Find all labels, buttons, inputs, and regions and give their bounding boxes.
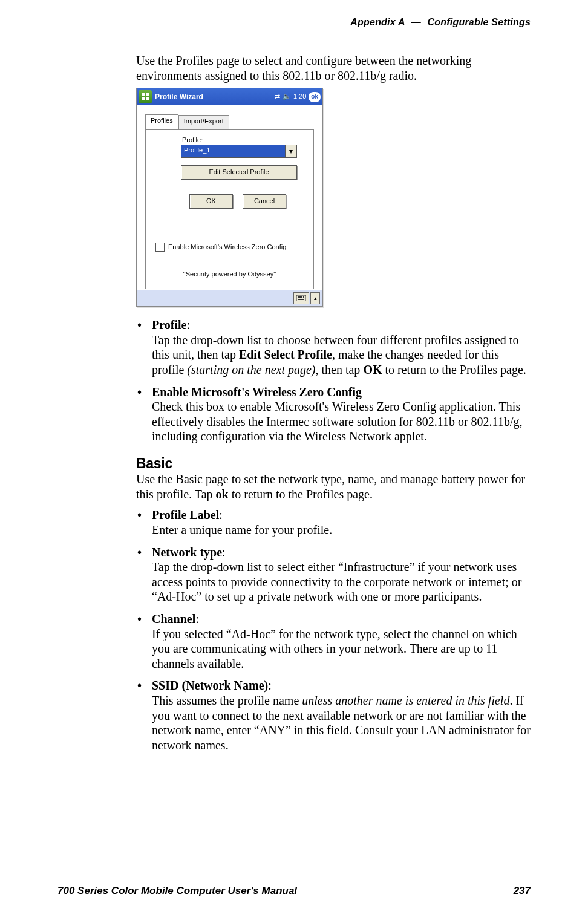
item-head-profile: Profile	[152, 318, 186, 331]
header-appendix: Appendix A	[350, 17, 405, 27]
profile-combo[interactable]: Profile_1 ▾	[181, 145, 297, 158]
svg-rect-5	[298, 296, 299, 298]
item-body-wzc: Check this box to enable Microsoft's Wir…	[152, 400, 522, 443]
svg-rect-1	[146, 93, 149, 96]
content-area: Use the Profiles page to select and conf…	[136, 53, 532, 752]
wzc-checkbox[interactable]: Enable Microsoft's Wireless Zero Config	[155, 243, 286, 252]
item-head-wzc: Enable Microsoft's Wireless Zero Config	[152, 385, 362, 399]
chevron-down-icon[interactable]: ▾	[285, 145, 296, 157]
start-icon[interactable]	[139, 90, 152, 103]
item-head-profile-label: Profile Label	[152, 508, 219, 521]
list-item-channel: Channel: If you selected “Ad-Hoc” for th…	[136, 612, 532, 671]
clock[interactable]: 1:20	[293, 93, 306, 101]
header-chapter: Configurable Settings	[428, 17, 531, 27]
sip-bar: ▴	[137, 290, 322, 306]
tab-row: Profiles Import/Export	[137, 105, 322, 129]
tab-import-export[interactable]: Import/Export	[178, 115, 229, 131]
window-titlebar: Profile Wizard ⇄ 🔈 1:20 ok	[137, 88, 322, 105]
item-body-profile-label: Enter a unique name for your profile.	[152, 523, 332, 537]
sip-up-icon[interactable]: ▴	[310, 292, 320, 304]
svg-rect-7	[301, 296, 302, 298]
profile-wizard-screenshot: Profile Wizard ⇄ 🔈 1:20 ok Profiles Impo…	[136, 88, 323, 307]
list-item-ssid: SSID (Network Name): This assumes the pr…	[136, 678, 532, 752]
profiles-list: Profile: Tap the drop-down list to choos…	[136, 318, 532, 444]
list-item-profile: Profile: Tap the drop-down list to choos…	[136, 318, 532, 377]
item-head-network-type: Network type	[152, 546, 222, 559]
item-head-ssid: SSID (Network Name)	[152, 679, 268, 692]
tab-profiles[interactable]: Profiles	[145, 114, 178, 130]
list-item-profile-label: Profile Label: Enter a unique name for y…	[136, 507, 532, 537]
list-item-network-type: Network type: Tap the drop-down list to …	[136, 545, 532, 604]
system-tray: ⇄ 🔈 1:20 ok	[275, 92, 321, 102]
item-body-profile: Tap the drop-down list to choose between…	[152, 333, 526, 376]
list-item-wzc: Enable Microsoft's Wireless Zero Config …	[136, 385, 532, 444]
edit-selected-profile-button[interactable]: Edit Selected Profile	[181, 165, 297, 180]
window-title: Profile Wizard	[155, 93, 275, 102]
svg-rect-8	[303, 296, 304, 298]
item-body-network-type: Tap the drop-down list to select either …	[152, 560, 521, 603]
running-header: Appendix A — Configurable Settings	[350, 17, 531, 28]
page: Appendix A — Configurable Settings Use t…	[0, 0, 588, 920]
profile-combo-value: Profile_1	[181, 145, 285, 157]
svg-rect-3	[146, 97, 149, 100]
basic-intro: Use the Basic page to set the network ty…	[136, 472, 532, 501]
item-head-channel: Channel	[152, 612, 195, 625]
cancel-button[interactable]: Cancel	[243, 194, 286, 209]
svg-rect-0	[142, 93, 145, 96]
footer-manual-title: 700 Series Color Mobile Computer User's …	[57, 885, 297, 897]
checkbox-box[interactable]	[155, 243, 165, 252]
wzc-checkbox-label: Enable Microsoft's Wireless Zero Config	[168, 243, 286, 252]
page-footer: 700 Series Color Mobile Computer User's …	[57, 885, 531, 897]
ok-badge[interactable]: ok	[309, 92, 321, 102]
ok-button[interactable]: OK	[189, 194, 233, 209]
svg-rect-6	[299, 296, 301, 298]
profile-field-label: Profile:	[182, 136, 203, 145]
tab-panel: Profile: Profile_1 ▾ Edit Selected Profi…	[145, 129, 314, 289]
footer-page-number: 237	[514, 885, 531, 897]
connectivity-icon[interactable]: ⇄	[275, 93, 280, 101]
powered-by-text: "Security powered by Odyssey"	[146, 270, 313, 279]
basic-list: Profile Label: Enter a unique name for y…	[136, 507, 532, 752]
item-body-channel: If you selected “Ad-Hoc” for the network…	[152, 627, 517, 670]
header-sep: —	[411, 17, 421, 27]
intro-paragraph: Use the Profiles page to select and conf…	[136, 53, 532, 83]
svg-rect-4	[296, 295, 306, 301]
volume-icon[interactable]: 🔈	[283, 93, 291, 101]
item-body-ssid: This assumes the profile name unless ano…	[152, 694, 531, 752]
svg-rect-9	[298, 299, 304, 300]
svg-rect-2	[142, 97, 145, 100]
section-head-basic: Basic	[136, 455, 532, 472]
keyboard-icon[interactable]	[293, 292, 309, 304]
